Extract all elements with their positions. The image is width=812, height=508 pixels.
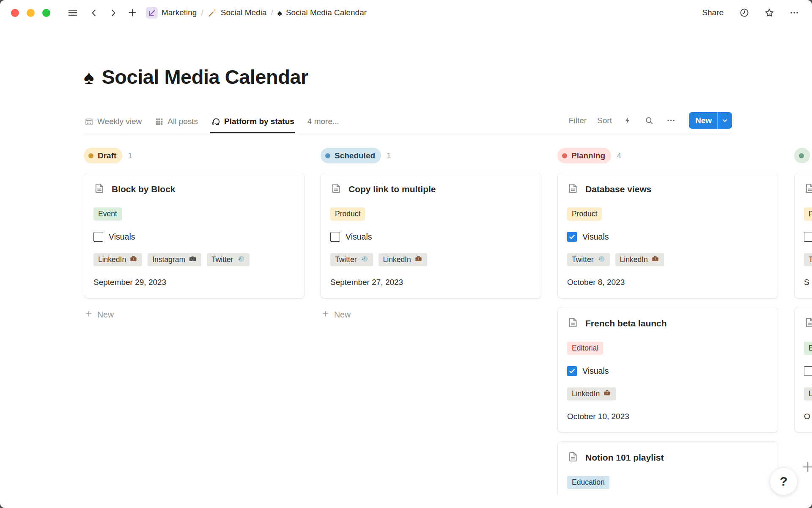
column-count: 1 <box>128 151 132 160</box>
card-tag: P <box>804 207 812 221</box>
briefcase-icon <box>129 255 137 265</box>
card-tag: Editorial <box>567 342 603 355</box>
page-icon <box>93 182 105 196</box>
view-tab[interactable]: Weekly view <box>84 117 143 133</box>
camera-icon <box>189 255 197 265</box>
view-tab-label: 4 more... <box>307 117 339 126</box>
briefcase-icon <box>603 389 611 399</box>
status-pill[interactable]: Planning <box>557 148 611 163</box>
card-title: French beta launch <box>585 318 667 329</box>
page-icon <box>567 451 579 464</box>
sidebar-toggle-icon[interactable] <box>66 6 80 20</box>
card-title: Database views <box>585 184 651 194</box>
status-dot-icon <box>325 153 330 158</box>
card-tag: Product <box>567 207 602 221</box>
platform-tag: L <box>804 387 812 400</box>
add-card-button[interactable]: New <box>321 308 541 322</box>
briefcase-icon <box>414 255 422 265</box>
board-card[interactable]: P TS <box>794 173 812 298</box>
status-pill[interactable]: Draft <box>84 148 122 163</box>
close-window-button[interactable] <box>11 9 19 17</box>
card-tag: E <box>804 342 812 355</box>
search-icon[interactable] <box>644 115 655 126</box>
grid-icon <box>155 117 164 126</box>
board-card[interactable]: Database viewsProduct Visuals TwitterLin… <box>557 173 778 298</box>
minimize-window-button[interactable] <box>27 9 35 17</box>
plus-icon <box>85 309 93 320</box>
platform-tag: T <box>804 253 812 266</box>
platform-label: LinkedIn <box>620 255 648 264</box>
sort-button[interactable]: Sort <box>597 116 612 125</box>
board-column: Planning 4 Database viewsProduct Visuals… <box>557 148 778 495</box>
visuals-checkbox[interactable] <box>567 366 577 376</box>
zoom-window-button[interactable] <box>42 9 50 17</box>
checkbox-label: Visuals <box>582 366 609 376</box>
visuals-checkbox[interactable] <box>804 232 812 242</box>
calendar-icon <box>85 117 93 126</box>
platform-label: Twitter <box>335 255 357 264</box>
page-spade-icon: ♠ <box>84 67 94 87</box>
breadcrumb-label: Social Media <box>221 8 267 17</box>
bird-icon <box>360 255 368 265</box>
view-tab-label: All posts <box>167 117 198 126</box>
page-title[interactable]: Social Media Calendar <box>102 65 308 88</box>
card-date: September 29, 2023 <box>93 278 295 287</box>
card-title: Notion 101 playlist <box>585 453 664 463</box>
status-pill[interactable] <box>794 148 810 163</box>
status-label: Draft <box>98 151 116 160</box>
platform-tag: Instagram <box>148 253 201 266</box>
new-button[interactable]: New <box>689 112 717 129</box>
platform-label: Twitter <box>211 255 233 264</box>
breadcrumb-item[interactable]: Social Media <box>208 8 267 17</box>
column-header <box>794 148 812 163</box>
new-dropdown-chevron-icon[interactable] <box>718 112 732 129</box>
favorite-star-icon[interactable] <box>763 6 776 19</box>
visuals-checkbox[interactable] <box>93 232 103 242</box>
platform-tag: Twitter <box>207 253 250 266</box>
board-card[interactable]: Copy link to multipleProduct Visuals Twi… <box>321 173 541 298</box>
board-card[interactable]: Block by BlockEvent Visuals LinkedInInst… <box>84 173 304 298</box>
visuals-checkbox[interactable] <box>804 366 812 376</box>
column-count: 1 <box>387 151 391 160</box>
view-tab[interactable]: Platform by status <box>210 117 295 133</box>
card-date: S <box>804 278 812 287</box>
breadcrumb: Marketing/Social Media/♠Social Media Cal… <box>146 7 367 19</box>
forward-icon[interactable] <box>107 6 120 19</box>
status-pill[interactable]: Scheduled <box>321 148 381 163</box>
view-tab[interactable]: 4 more... <box>307 117 340 133</box>
board-card[interactable]: E LO <box>794 307 812 433</box>
more-options-icon[interactable] <box>787 6 801 19</box>
column-count: 4 <box>617 151 621 160</box>
bird-icon <box>597 255 605 265</box>
kanban-board: Draft 1 Block by BlockEvent Visuals Link… <box>84 148 812 495</box>
status-dot-icon <box>562 153 567 158</box>
view-more-icon[interactable] <box>665 115 677 126</box>
board-card[interactable]: Notion 101 playlistEducation <box>557 441 778 495</box>
breadcrumb-label: Marketing <box>162 8 197 17</box>
new-page-plus-icon[interactable] <box>126 6 139 19</box>
add-group-plus-icon[interactable] <box>799 459 812 476</box>
bolt-icon[interactable] <box>623 115 633 126</box>
card-tag: Event <box>93 207 122 221</box>
visuals-checkbox[interactable] <box>567 232 577 242</box>
breadcrumb-item[interactable]: ♠Social Media Calendar <box>277 8 367 17</box>
back-icon[interactable] <box>88 6 101 19</box>
board-column: Scheduled 1 Copy link to multipleProduct… <box>321 148 541 495</box>
card-tag: Education <box>567 476 609 489</box>
board-card[interactable]: French beta launchEditorial Visuals Link… <box>557 307 778 433</box>
checkbox-label: Visuals <box>346 232 372 242</box>
add-card-button[interactable]: New <box>84 308 304 322</box>
visuals-checkbox[interactable] <box>330 232 340 242</box>
platform-tag: Twitter <box>330 253 373 266</box>
breadcrumb-item[interactable]: Marketing <box>146 7 197 19</box>
status-dot-icon <box>88 153 93 158</box>
platform-label: LinkedIn <box>572 389 600 398</box>
help-button[interactable]: ? <box>770 467 798 495</box>
filter-button[interactable]: Filter <box>569 116 587 125</box>
view-tab-label: Platform by status <box>224 117 294 126</box>
bird-icon <box>237 255 245 265</box>
view-tab[interactable]: All posts <box>154 117 199 133</box>
share-button[interactable]: Share <box>700 8 726 18</box>
clock-history-icon[interactable] <box>738 6 751 19</box>
breadcrumb-label: Social Media Calendar <box>286 8 367 17</box>
